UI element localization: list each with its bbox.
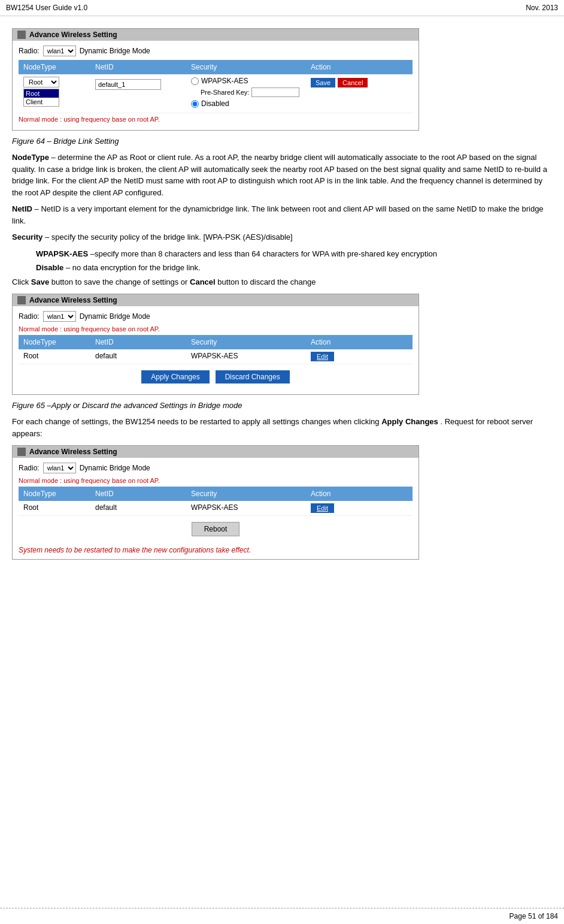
row2-nodetype: Root: [19, 349, 90, 364]
wpapsk-text: –specify more than 8 characters and less…: [90, 249, 437, 258]
row3-nodetype: Root: [19, 501, 90, 515]
th-nodetype-1: NodeType: [19, 62, 90, 73]
ws-body-3: Radio: wlan1 Dynamic Bridge Mode Normal …: [13, 458, 419, 559]
nodetype-text: – determine the AP as Root or client rul…: [12, 153, 547, 197]
th-action-3: Action: [306, 488, 390, 499]
security-disabled-label: Disabled: [201, 99, 229, 108]
figure-caption-2: Figure 65 –Apply or Discard the advanced…: [12, 401, 552, 410]
save-bold: Save: [31, 277, 49, 286]
nodetype-cell-1: Root Client Root Client: [19, 74, 90, 113]
edit-button-2[interactable]: Edit: [311, 352, 334, 361]
mode-label-2: Dynamic Bridge Mode: [80, 312, 150, 321]
psk-input-1[interactable]: [251, 87, 299, 97]
th-security-2: Security: [186, 337, 306, 348]
para-wpapsk: WPAPSK-AES –specify more than 8 characte…: [36, 248, 552, 260]
main-content: Advance Wireless Setting Radio: wlan1 Dy…: [0, 16, 564, 602]
para-apply-changes: For each change of settings, the BW1254 …: [12, 416, 552, 439]
wireless-setting-box-1: Advance Wireless Setting Radio: wlan1 Dy…: [12, 28, 419, 131]
row3-security: WPAPSK-AES: [186, 501, 306, 515]
cancel-bold: Cancel: [190, 277, 216, 286]
radio-label-1: Radio:: [19, 47, 40, 55]
row3-netid: default: [90, 501, 186, 515]
apply-text-pre: For each change of settings, the BW1254 …: [12, 417, 381, 426]
security-wpapsk-radio[interactable]: [191, 77, 199, 85]
table-row-2: Root default WPAPSK-AES Edit: [19, 349, 413, 364]
ws-title-bar-3: Advance Wireless Setting: [13, 446, 419, 458]
para-netid: NetID – NetID is a very important elemen…: [12, 203, 552, 227]
th-security-3: Security: [186, 488, 306, 499]
wireless-setting-box-3: Advance Wireless Setting Radio: wlan1 Dy…: [12, 445, 419, 560]
psk-label-1: Pre-Shared Key:: [201, 89, 249, 96]
netid-text: – NetID is a very important element for …: [12, 204, 544, 225]
radio-row-3: Radio: wlan1 Dynamic Bridge Mode: [19, 463, 413, 473]
table-row-1: Root Client Root Client WPAPSK-AES: [19, 74, 413, 113]
doc-date: Nov. 2013: [526, 4, 558, 12]
ws-body-2: Radio: wlan1 Dynamic Bridge Mode Normal …: [13, 306, 419, 394]
row2-security: WPAPSK-AES: [186, 349, 306, 364]
radio-row-2: Radio: wlan1 Dynamic Bridge Mode: [19, 311, 413, 322]
security-cell-1: WPAPSK-AES Pre-Shared Key: Disabled: [186, 74, 306, 113]
reboot-button[interactable]: Reboot: [192, 522, 240, 536]
radio-select-2[interactable]: wlan1: [43, 311, 76, 322]
para-disable: Disable – no data encryption for the bri…: [36, 262, 552, 274]
apply-bold: Apply Changes: [381, 417, 438, 426]
table-header-3: NodeType NetID Security Action: [19, 487, 413, 501]
apply-changes-button[interactable]: Apply Changes: [141, 370, 209, 384]
row3-action: Edit: [306, 501, 390, 515]
node-dropdown-1[interactable]: Root Client: [23, 77, 59, 87]
para-security: Security – specify the security policy o…: [12, 231, 552, 243]
action-cell-1: Save Cancel: [306, 74, 390, 113]
table-row-3: Root default WPAPSK-AES Edit: [19, 501, 413, 516]
radio-label-3: Radio:: [19, 464, 40, 472]
radio-label-2: Radio:: [19, 312, 40, 321]
node-list-item-root[interactable]: Root: [24, 89, 59, 98]
radio-select-1[interactable]: wlan1: [43, 46, 76, 56]
th-action-2: Action: [306, 337, 390, 348]
save-button-1[interactable]: Save: [311, 78, 335, 87]
security-text: – specify the security policy of the bri…: [45, 232, 293, 241]
radio-select-3[interactable]: wlan1: [43, 463, 76, 473]
footer: Page 51 of 184: [0, 908, 564, 924]
normal-mode-text-2: Normal mode : using frequency base on ro…: [19, 325, 413, 333]
wireless-setting-box-2: Advance Wireless Setting Radio: wlan1 Dy…: [12, 294, 419, 395]
edit-button-3[interactable]: Edit: [311, 503, 334, 513]
security-disabled-radio[interactable]: [191, 100, 199, 108]
ws-title-2: Advance Wireless Setting: [29, 296, 117, 304]
wpapsk-bold: WPAPSK-AES: [36, 249, 88, 258]
para-save-cancel: Click Save button to save the change of …: [12, 276, 552, 288]
psk-row-1: Pre-Shared Key:: [201, 87, 301, 97]
save-cancel-text-post: button to discard the change: [217, 277, 316, 286]
security-wpapsk-option: WPAPSK-AES: [191, 77, 301, 85]
save-cancel-text-mid: button to save the change of settings or: [51, 277, 190, 286]
node-list-item-client[interactable]: Client: [24, 98, 59, 106]
bottom-buttons-3: Reboot: [19, 516, 413, 542]
th-netid-2: NetID: [90, 337, 186, 348]
cancel-button-1[interactable]: Cancel: [338, 78, 368, 87]
th-netid-1: NetID: [90, 62, 186, 73]
netid-bold: NetID: [12, 204, 32, 213]
table-header-2: NodeType NetID Security Action: [19, 335, 413, 349]
row2-netid: default: [90, 349, 186, 364]
normal-mode-text-3: Normal mode : using frequency base on ro…: [19, 477, 413, 484]
ws-title-bar-1: Advance Wireless Setting: [13, 29, 419, 41]
th-nodetype-2: NodeType: [19, 337, 90, 348]
page-header: BW1254 User Guide v1.0 Nov. 2013: [0, 0, 564, 16]
table-header-1: NodeType NetID Security Action: [19, 60, 413, 74]
netid-input-1[interactable]: [95, 79, 161, 90]
netid-cell-1: [90, 74, 186, 113]
disable-bold: Disable: [36, 263, 63, 272]
th-netid-3: NetID: [90, 488, 186, 499]
ws-title-1: Advance Wireless Setting: [29, 31, 117, 39]
discard-changes-button[interactable]: Discard Changes: [216, 370, 290, 384]
ws-title-bar-2: Advance Wireless Setting: [13, 294, 419, 306]
node-list-1: Root Client: [23, 89, 59, 107]
security-bold: Security: [12, 232, 43, 241]
row2-action: Edit: [306, 349, 390, 364]
normal-mode-text-1: Normal mode : using frequency base on ro…: [19, 116, 413, 123]
wifi-icon-3: [17, 448, 26, 456]
ws-title-3: Advance Wireless Setting: [29, 448, 117, 456]
security-wpapsk-label: WPAPSK-AES: [201, 77, 248, 85]
th-security-1: Security: [186, 62, 306, 73]
wifi-icon: [17, 31, 26, 39]
mode-label-3: Dynamic Bridge Mode: [80, 464, 150, 472]
